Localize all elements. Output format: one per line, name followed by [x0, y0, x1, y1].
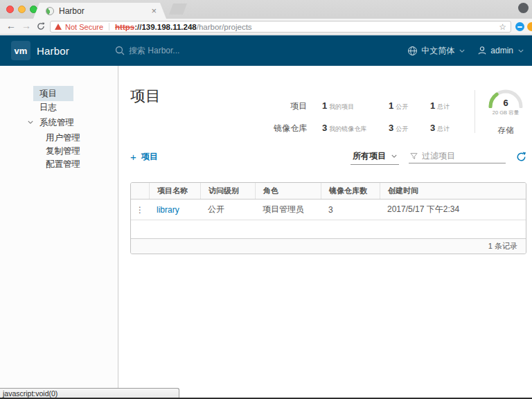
summary-panel: 项目 1我的项目 1公开 1总计 镜像仓库 3我的镜像仓库 3	[274, 87, 526, 136]
sidebar-item-system-management[interactable]: 系统管理	[0, 116, 118, 129]
stat-total-repos: 3总计	[430, 121, 470, 134]
new-project-button[interactable]: + 项目	[130, 151, 158, 163]
browser-status-bubble: javascript:void(0)	[0, 388, 179, 398]
chevron-down-icon	[459, 49, 465, 53]
omnibox-divider	[109, 23, 109, 30]
project-list-toolbar: + 项目 所有项目	[130, 149, 526, 164]
browser-tab[interactable]: Harbor ×	[33, 3, 166, 19]
reload-icon[interactable]	[37, 22, 45, 30]
sidebar-item-projects[interactable]: 项目	[0, 86, 118, 98]
close-window-button[interactable]	[6, 6, 14, 13]
project-filter[interactable]	[409, 150, 506, 163]
user-icon	[477, 46, 487, 55]
new-tab-button[interactable]	[169, 3, 187, 15]
col-created-time: 创建时间	[380, 183, 526, 199]
storage-used-value: 6	[486, 98, 525, 108]
stat-total-projects: 1总计	[430, 99, 470, 112]
table-empty-space	[131, 220, 526, 238]
chevron-down-icon	[391, 154, 397, 158]
screen: Harbor × ← → Not Secure https :// 139.19…	[0, 0, 532, 399]
search-icon	[115, 46, 125, 55]
harbor-header: vm Harbor 中文简体 adm	[0, 35, 532, 66]
tab-title: Harbor	[59, 6, 151, 16]
stat-public-repos: 3公开	[389, 121, 430, 134]
app-brand: Harbor	[37, 35, 69, 66]
refresh-button[interactable]	[516, 152, 526, 162]
new-project-label: 项目	[141, 151, 158, 163]
table-row: ⋮ library 公开 项目管理员 3 2017/5/17 下午2:34	[131, 200, 526, 220]
stats-grid: 项目 1我的项目 1公开 1总计 镜像仓库 3我的镜像仓库 3	[274, 99, 470, 134]
not-secure-label: Not Secure	[65, 23, 103, 31]
url-protocol: https	[115, 23, 134, 31]
project-type-selected: 所有项目	[353, 150, 386, 162]
globe-icon	[407, 46, 418, 56]
language-label: 中文简体	[421, 45, 454, 57]
chevron-down-icon	[518, 49, 524, 53]
sidebar-item-logs[interactable]: 日志	[0, 101, 118, 114]
address-bar[interactable]: Not Secure https :// 139.198.11.248 /har…	[50, 21, 511, 33]
username-label: admin	[490, 46, 513, 55]
extension-blue-icon[interactable]	[515, 22, 524, 31]
cell-access-level: 公开	[200, 204, 255, 215]
sidebar-item-user-management[interactable]: 用户管理	[0, 132, 118, 144]
browser-profile-icon[interactable]	[518, 3, 529, 13]
cell-role: 项目管理员	[255, 204, 321, 215]
cell-created-time: 2017/5/17 下午2:34	[380, 204, 526, 215]
url-path: /harbor/projects	[197, 23, 252, 31]
sidebar-item-replication-management[interactable]: 复制管理	[0, 145, 118, 157]
filter-funnel-icon	[410, 152, 418, 160]
bookmark-star-icon[interactable]: ☆	[499, 22, 506, 32]
storage-gauge: 6 20 GB 容量 存储	[485, 87, 526, 136]
main-page: 项目 项目 1我的项目 1公开 1总计 镜像仓库 3我的镜像仓	[119, 66, 532, 399]
url-domain: 139.198.11.248	[141, 23, 196, 31]
chevron-down-icon	[28, 121, 33, 124]
projects-table: 项目名称 访问级别 角色 镜像仓库数 创建时间 ⋮ library 公开 项目管…	[130, 182, 526, 254]
search-input[interactable]	[129, 46, 267, 55]
stats-row-label: 镜像仓库	[274, 123, 322, 134]
browser-tab-bar: Harbor ×	[0, 0, 532, 19]
stat-my-repos: 3我的镜像仓库	[322, 121, 389, 134]
project-link[interactable]: library	[157, 205, 179, 215]
vmware-logo: vm	[11, 41, 30, 60]
browser-toolbar: ← → Not Secure https :// 139.198.11.248 …	[0, 19, 532, 35]
storage-label: 存储	[485, 125, 526, 136]
col-access-level: 访问级别	[200, 183, 255, 199]
record-count-label: 1 条记录	[488, 241, 517, 251]
col-project-name: 项目名称	[149, 183, 200, 199]
harbor-favicon-icon	[46, 7, 54, 15]
stats-row-label: 项目	[274, 100, 322, 112]
user-menu[interactable]: admin	[477, 46, 524, 55]
sidebar-item-configuration-management[interactable]: 配置管理	[0, 158, 118, 170]
minimize-window-button[interactable]	[18, 6, 26, 13]
extension-orange-icon[interactable]	[527, 22, 532, 31]
header-actions: 中文简体 admin	[395, 35, 524, 66]
url-separator: ://	[134, 23, 141, 31]
table-footer: 1 条记录	[131, 238, 526, 254]
table-header: 项目名称 访问级别 角色 镜像仓库数 创建时间	[131, 183, 526, 200]
filter-input[interactable]	[422, 151, 498, 161]
back-icon[interactable]: ←	[6, 20, 16, 31]
forward-icon[interactable]: →	[21, 20, 31, 31]
language-menu[interactable]: 中文简体	[407, 45, 465, 57]
stat-my-projects: 1我的项目	[322, 99, 389, 112]
col-role: 角色	[255, 183, 321, 199]
row-actions-kebab-icon[interactable]: ⋮	[136, 205, 144, 215]
storage-capacity-label: 20 GB 容量	[485, 109, 526, 116]
project-type-dropdown[interactable]: 所有项目	[351, 149, 399, 165]
sidebar-nav: 项目 日志 系统管理 用户管理 复制管理 配置管理	[0, 66, 118, 399]
tab-close-icon[interactable]: ×	[151, 6, 157, 15]
cell-repo-count: 3	[321, 205, 380, 215]
not-secure-warning-icon	[55, 24, 62, 30]
plus-icon: +	[130, 152, 136, 162]
stat-public-projects: 1公开	[389, 99, 430, 112]
stats-divider	[475, 90, 475, 133]
global-search[interactable]	[115, 35, 267, 66]
refresh-icon	[516, 152, 526, 162]
col-repo-count: 镜像仓库数	[321, 183, 380, 199]
